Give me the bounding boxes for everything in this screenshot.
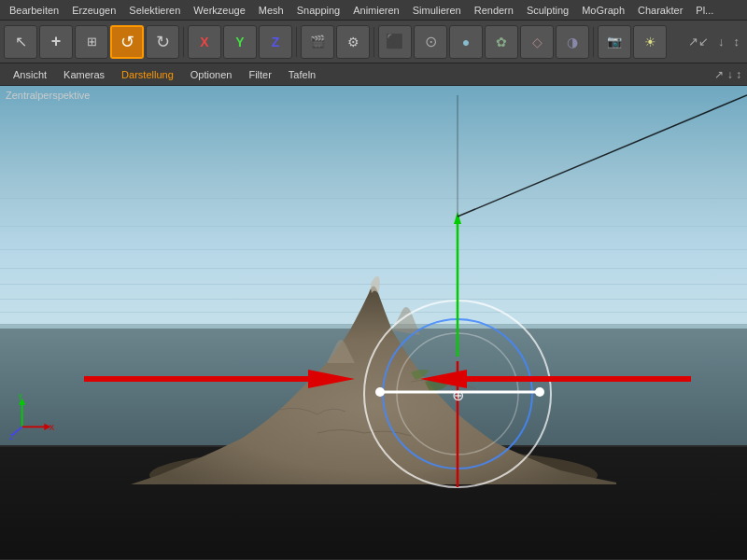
settings-icon: ⚙ <box>347 35 359 49</box>
y-axis-button[interactable]: Y <box>223 25 257 59</box>
light-icon: ☀ <box>644 35 656 49</box>
tool-group-objects: ⬛ ⊙ ● ✿ ◇ ◑ <box>378 25 589 59</box>
light-button[interactable]: ☀ <box>633 25 667 59</box>
menu-bar: Bearbeiten Erzeugen Selektieren Werkzeug… <box>0 0 747 21</box>
main-toolbar: ↖ + ⊞ ↺ ↻ X Y Z 🎬 ⚙ <box>0 21 747 63</box>
menu-rendern[interactable]: Rendern <box>469 3 519 18</box>
svg-text:⊕: ⊕ <box>452 387 464 403</box>
menu-erzeugen[interactable]: Erzeugen <box>66 3 121 18</box>
move-tool-button[interactable]: + <box>39 25 73 59</box>
menu-simulieren[interactable]: Simulieren <box>407 3 467 18</box>
torus-icon: ⊙ <box>425 33 437 50</box>
rotate2-icon: ↻ <box>156 32 170 52</box>
menu-bearbeiten[interactable]: Bearbeiten <box>4 3 64 18</box>
cube-icon: ⬛ <box>386 33 404 50</box>
menu-selektieren[interactable]: Selektieren <box>123 3 186 18</box>
cursor-tool-button[interactable]: ↖ <box>4 25 37 59</box>
x-axis-button[interactable]: X <box>188 25 221 59</box>
x-axis-icon: X <box>200 35 208 49</box>
tool-group-select: ↖ + ⊞ ↺ ↻ <box>4 25 179 59</box>
keyframe-button[interactable]: 🎬 <box>301 25 334 59</box>
menu-charakter[interactable]: Charakter <box>632 3 688 18</box>
tool-group-light: 📷 ☀ <box>598 25 667 59</box>
sub-menu-tafeln[interactable]: Tafeln <box>281 67 323 82</box>
z-axis-icon: Z <box>272 35 280 49</box>
svg-marker-14 <box>420 370 691 388</box>
corner-arrows-icon: ↗↙ <box>684 35 712 49</box>
sub-menu-kameras[interactable]: Kameras <box>56 67 112 82</box>
menu-werkzeuge[interactable]: Werkzeuge <box>188 3 250 18</box>
keyframe-icon: 🎬 <box>310 35 325 49</box>
tool-group-axis: X Y Z <box>188 25 292 59</box>
sub-right-arrows: ↗ ↓ ↕ <box>714 68 741 81</box>
svg-point-9 <box>535 387 544 397</box>
settings-button[interactable]: ⚙ <box>336 25 370 59</box>
corner-arrows2-icon: ↓ <box>714 35 728 49</box>
red-arrow-left <box>84 370 355 388</box>
camera-button[interactable]: 📷 <box>598 25 631 59</box>
sub-menu-darstellung[interactable]: Darstellung <box>114 67 181 82</box>
red-arrow-right <box>420 370 691 388</box>
cursor-icon: ↖ <box>15 33 27 50</box>
cone-button[interactable]: ✿ <box>485 25 518 59</box>
half-icon: ◑ <box>567 35 578 49</box>
scale-icon: ⊞ <box>87 35 97 49</box>
rotate-tool-button[interactable]: ↺ <box>110 25 144 59</box>
svg-line-11 <box>458 95 747 217</box>
camera-icon: 📷 <box>607 35 622 49</box>
axis-indicator: X Y Z <box>9 393 56 440</box>
rotate-icon: ↺ <box>120 32 134 52</box>
menu-animieren[interactable]: Animieren <box>347 3 405 18</box>
diamond-icon: ◇ <box>532 35 543 49</box>
svg-marker-13 <box>84 370 355 388</box>
torus-button[interactable]: ⊙ <box>414 25 447 59</box>
y-axis-icon: Y <box>235 35 244 49</box>
transform-gizmo: ⊕ <box>0 86 747 559</box>
menu-pl[interactable]: Pl... <box>690 3 719 18</box>
diamond-button[interactable]: ◇ <box>520 25 554 59</box>
sphere-button[interactable]: ● <box>449 25 483 59</box>
svg-text:Y: Y <box>18 393 23 401</box>
cone-icon: ✿ <box>496 35 507 49</box>
sub-toolbar-right: ↗ ↓ ↕ <box>714 68 741 81</box>
move-icon: + <box>51 32 62 51</box>
separator-1 <box>183 27 184 57</box>
svg-text:X: X <box>49 424 55 432</box>
toolbar-right-group: ↗↙ ↓ ↕ <box>684 35 743 49</box>
sub-menu-ansicht[interactable]: Ansicht <box>6 67 54 82</box>
sub-menu-filter[interactable]: Filter <box>241 67 278 82</box>
scale-tool-button[interactable]: ⊞ <box>75 25 108 59</box>
menu-snapping[interactable]: Snapping <box>291 3 346 18</box>
tool-group-anim: 🎬 ⚙ <box>301 25 370 59</box>
sphere-icon: ● <box>462 35 470 49</box>
z-axis-button[interactable]: Z <box>259 25 292 59</box>
rotate2-tool-button[interactable]: ↻ <box>146 25 179 59</box>
separator-3 <box>374 27 374 57</box>
menu-mograph[interactable]: MoGraph <box>576 3 630 18</box>
corner-arrows3-icon: ↕ <box>730 35 744 49</box>
viewport[interactable]: ⊕ Zentralperspektive X Y Z <box>0 86 747 559</box>
viewport-label: Zentralperspektive <box>6 90 91 101</box>
sub-toolbar: Ansicht Kameras Darstellung Optionen Fil… <box>0 63 747 86</box>
cube-button[interactable]: ⬛ <box>378 25 412 59</box>
svg-point-8 <box>375 387 385 397</box>
sub-menu-optionen[interactable]: Optionen <box>183 67 240 82</box>
half-button[interactable]: ◑ <box>556 25 589 59</box>
menu-sculpting[interactable]: Sculpting <box>521 3 574 18</box>
svg-text:Z: Z <box>9 433 14 440</box>
separator-4 <box>593 27 594 57</box>
menu-mesh[interactable]: Mesh <box>253 3 289 18</box>
separator-2 <box>296 27 297 57</box>
